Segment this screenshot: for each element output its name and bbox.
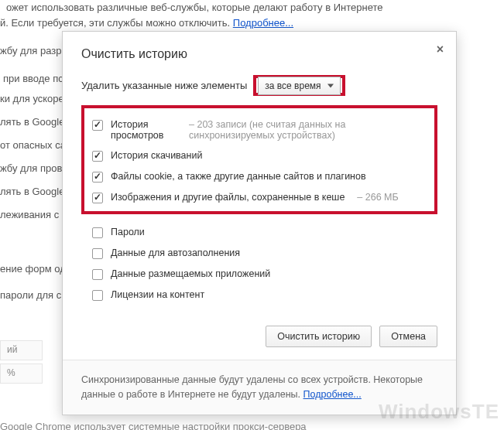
option-download-history: История скачиваний [91, 145, 428, 166]
option-autofill: Данные для автозаполнения [91, 243, 437, 264]
footer-note: Синхронизированные данные будут удалены … [63, 360, 456, 415]
option-label: Изображения и другие файлы, сохраненные … [111, 192, 345, 203]
bg-text: жбу для пров [0, 161, 62, 177]
footer-link-more[interactable]: Подробнее... [303, 389, 362, 400]
option-label: Данные для автозаполнения [111, 247, 240, 258]
delete-range-label: Удалить указанные ниже элементы [81, 80, 247, 91]
option-passwords: Пароли [91, 222, 437, 243]
close-icon[interactable]: × [437, 43, 444, 56]
bg-row: % [0, 363, 43, 384]
checkbox[interactable] [92, 269, 103, 280]
checkbox[interactable] [92, 120, 103, 131]
option-sub: – 266 МБ [357, 192, 398, 203]
cancel-button[interactable]: Отмена [379, 326, 437, 347]
bg-text: при вводе пс [3, 71, 63, 87]
highlight-box: История просмотров – 203 записи (не счит… [81, 105, 437, 214]
bg-text: пароли для с [0, 288, 61, 304]
option-label: Лицензии на контент [111, 289, 204, 300]
bg-text: лять в Google [0, 184, 64, 200]
option-cookies: Файлы cookie, а также другие данные сайт… [91, 166, 428, 187]
checkbox[interactable] [92, 227, 103, 238]
checkbox[interactable] [92, 151, 103, 162]
bg-text: ение форм од [0, 261, 66, 278]
bg-text: от опасных са [0, 138, 66, 154]
checkbox[interactable] [92, 193, 103, 203]
highlight-select: за все время [253, 75, 345, 96]
option-browsing-history: История просмотров – 203 записи (не счит… [91, 114, 428, 145]
bg-text: Google Chrome использует системные настр… [0, 419, 307, 430]
bg-text: ки для ускоре [0, 91, 64, 108]
checkbox[interactable] [92, 290, 103, 301]
option-cache: Изображения и другие файлы, сохраненные … [91, 187, 428, 208]
option-sub: – 203 записи (не считая данных на синхро… [189, 119, 427, 141]
checkbox[interactable] [92, 172, 103, 183]
option-hosted-apps: Данные размещаемых приложений [91, 264, 437, 285]
bg-text: леживания с [0, 207, 59, 224]
bg-text: лять в Google [0, 114, 64, 131]
time-range-select[interactable]: за все время [258, 77, 340, 95]
clear-history-dialog: × Очистить историю Удалить указанные ниж… [62, 31, 457, 415]
option-licenses: Лицензии на контент [91, 285, 437, 305]
bg-link-more[interactable]: Подробнее... [233, 17, 293, 29]
bg-row: ий [0, 340, 43, 360]
option-label: История просмотров [111, 119, 177, 141]
option-label: История скачиваний [111, 150, 202, 161]
option-label: Данные размещаемых приложений [111, 268, 270, 279]
dialog-title: Очистить историю [81, 47, 437, 61]
bg-text: жбу для разр [0, 43, 61, 60]
clear-button[interactable]: Очистить историю [266, 326, 372, 347]
option-label: Пароли [111, 227, 145, 237]
bg-text: ожет использовать различные веб-службы, … [6, 0, 383, 16]
bg-text: й. Если требуется, эти службы можно откл… [0, 15, 293, 32]
checkbox[interactable] [92, 248, 103, 259]
option-label: Файлы cookie, а также другие данные сайт… [111, 171, 366, 182]
